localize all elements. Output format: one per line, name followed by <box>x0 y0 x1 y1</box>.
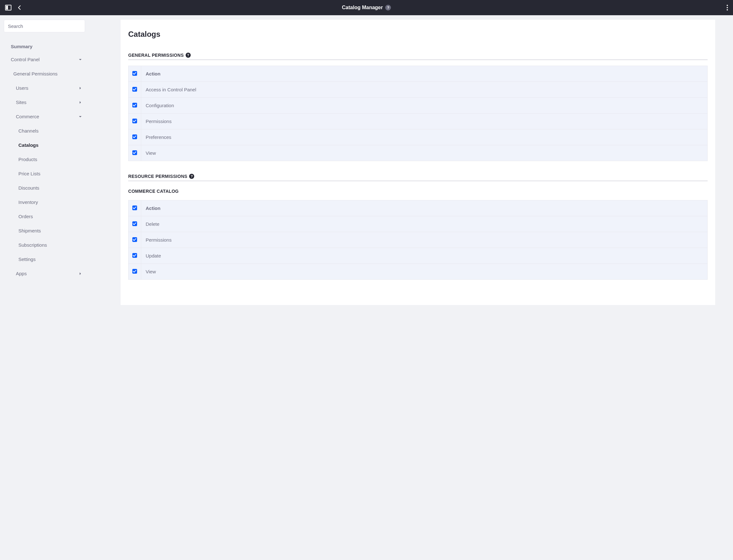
sidebar-item[interactable]: Inventory <box>0 195 89 209</box>
general-permissions-table: ActionAccess in Control PanelConfigurati… <box>128 66 708 161</box>
sidebar-item-label: Settings <box>18 257 36 262</box>
sidebar-item[interactable]: Settings <box>0 252 89 266</box>
help-icon[interactable]: ? <box>186 53 191 58</box>
chevron-down-icon <box>79 115 82 118</box>
table-header-label: Action <box>141 66 708 82</box>
help-icon[interactable]: ? <box>385 5 391 10</box>
sidebar-item[interactable]: Channels <box>0 124 89 138</box>
sidebar-nav: Control PanelGeneral PermissionsUsersSit… <box>0 52 89 281</box>
sidebar-item-label: Commerce <box>16 114 39 119</box>
permission-label: View <box>141 264 708 280</box>
permission-label: Permissions <box>141 114 708 129</box>
general-permissions-header-label: GENERAL PERMISSIONS <box>128 53 184 58</box>
sidebar-item-label: Channels <box>18 128 38 133</box>
svg-rect-1 <box>6 6 8 10</box>
permission-checkbox[interactable] <box>132 119 137 123</box>
sidebar-item[interactable]: Users <box>0 81 89 95</box>
table-row: Preferences <box>128 129 708 145</box>
sidebar-item-label: Shipments <box>18 228 41 233</box>
sidebar-item[interactable]: General Permissions <box>0 67 89 81</box>
svg-point-3 <box>727 7 728 8</box>
permission-checkbox[interactable] <box>132 253 137 258</box>
permission-label: Update <box>141 248 708 264</box>
permission-label: Preferences <box>141 129 708 145</box>
chevron-right-icon <box>79 101 82 104</box>
chevron-down-icon <box>79 58 82 61</box>
sidebar: Summary Control PanelGeneral Permissions… <box>0 15 89 560</box>
select-all-checkbox[interactable] <box>132 205 137 210</box>
select-all-cell <box>128 66 141 82</box>
sidebar-item[interactable]: Control Panel <box>0 52 89 67</box>
topbar-right <box>727 5 728 10</box>
table-row: Access in Control Panel <box>128 82 708 98</box>
permission-checkbox[interactable] <box>132 103 137 107</box>
sidebar-item[interactable]: Subscriptions <box>0 238 89 252</box>
kebab-menu-icon[interactable] <box>727 5 728 10</box>
resource-permissions-header-label: RESOURCE PERMISSIONS <box>128 174 187 179</box>
permission-checkbox[interactable] <box>132 134 137 139</box>
sidebar-item-label: Inventory <box>18 199 38 205</box>
panel-toggle-icon[interactable] <box>5 5 11 10</box>
resource-subsection-header: COMMERCE CATALOG <box>128 189 708 194</box>
checkbox-cell <box>128 216 141 232</box>
select-all-cell <box>128 200 141 216</box>
sidebar-item[interactable]: Commerce <box>0 109 89 124</box>
checkbox-cell <box>128 264 141 280</box>
sidebar-item[interactable]: Price Lists <box>0 166 89 181</box>
permission-checkbox[interactable] <box>132 237 137 242</box>
table-row: Delete <box>128 216 708 232</box>
page-title: Catalog Manager <box>342 5 383 10</box>
sidebar-item-label: Users <box>16 85 28 91</box>
sidebar-item[interactable]: Shipments <box>0 224 89 238</box>
table-row: Configuration <box>128 98 708 114</box>
help-icon[interactable]: ? <box>189 174 194 179</box>
sidebar-item-label: General Permissions <box>13 71 57 76</box>
permission-checkbox[interactable] <box>132 150 137 155</box>
sidebar-item[interactable]: Catalogs <box>0 138 89 152</box>
permission-label: Configuration <box>141 98 708 114</box>
topbar-center: Catalog Manager ? <box>0 5 733 10</box>
permission-checkbox[interactable] <box>132 221 137 226</box>
main: Catalogs GENERAL PERMISSIONS ? ActionAcc… <box>89 15 733 560</box>
sidebar-item-label: Orders <box>18 214 33 219</box>
sidebar-item[interactable]: Orders <box>0 209 89 224</box>
panel: Catalogs GENERAL PERMISSIONS ? ActionAcc… <box>121 20 715 305</box>
panel-title: Catalogs <box>128 30 708 39</box>
sidebar-item-label: Catalogs <box>18 142 38 148</box>
table-header-row: Action <box>128 200 708 216</box>
sidebar-item[interactable]: Sites <box>0 95 89 109</box>
permission-label: View <box>141 145 708 161</box>
sidebar-item[interactable]: Apps <box>0 266 89 281</box>
sidebar-item-label: Control Panel <box>11 57 40 62</box>
permission-checkbox[interactable] <box>132 269 137 274</box>
search-wrap <box>0 20 89 35</box>
table-row: View <box>128 264 708 280</box>
resource-permissions-header: RESOURCE PERMISSIONS ? <box>128 174 708 181</box>
checkbox-cell <box>128 145 141 161</box>
table-row: Permissions <box>128 232 708 248</box>
sidebar-summary[interactable]: Summary <box>0 35 89 52</box>
layout: Summary Control PanelGeneral Permissions… <box>0 15 733 560</box>
checkbox-cell <box>128 232 141 248</box>
search-input[interactable] <box>4 20 85 32</box>
resource-permissions-table: ActionDeletePermissionsUpdateView <box>128 200 708 280</box>
svg-point-2 <box>727 5 728 6</box>
general-permissions-header: GENERAL PERMISSIONS ? <box>128 53 708 60</box>
sidebar-item[interactable]: Products <box>0 152 89 166</box>
permission-checkbox[interactable] <box>132 87 137 92</box>
chevron-right-icon <box>79 272 82 275</box>
checkbox-cell <box>128 114 141 129</box>
permission-label: Permissions <box>141 232 708 248</box>
permission-label: Delete <box>141 216 708 232</box>
permission-label: Access in Control Panel <box>141 82 708 98</box>
back-icon[interactable] <box>17 5 22 10</box>
chevron-right-icon <box>79 87 82 90</box>
table-header-label: Action <box>141 200 708 216</box>
sidebar-item[interactable]: Discounts <box>0 181 89 195</box>
checkbox-cell <box>128 129 141 145</box>
table-row: Update <box>128 248 708 264</box>
table-row: View <box>128 145 708 161</box>
topbar-left <box>5 5 22 10</box>
select-all-checkbox[interactable] <box>132 71 137 76</box>
svg-point-4 <box>727 9 728 10</box>
